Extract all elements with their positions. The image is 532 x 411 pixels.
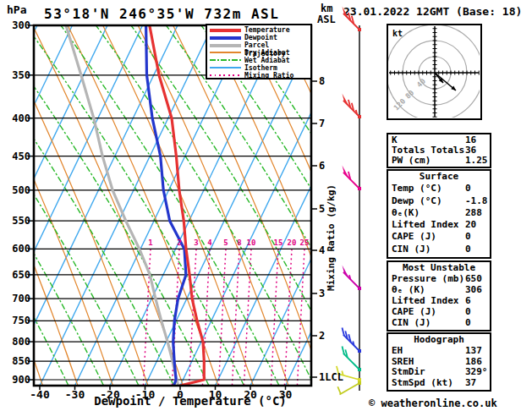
km-tick-label: 4 xyxy=(319,244,325,256)
legend-line-sample xyxy=(210,59,241,61)
panel-row-value: 0 xyxy=(465,317,471,328)
pressure-tick-label: 400 xyxy=(5,112,30,124)
panel-row-value: 288 xyxy=(465,207,482,218)
temp-tick-label: -10 xyxy=(127,388,164,401)
legend-line-sample xyxy=(210,74,241,76)
km-tick-label: 2 xyxy=(319,330,325,342)
barb-staff xyxy=(343,335,359,351)
wind-barb xyxy=(342,93,361,118)
barb-full xyxy=(337,386,341,394)
panel-row-label: θₑ (K) xyxy=(392,284,425,295)
legend: TemperatureDewpointParcel TrajectoryDry … xyxy=(206,24,312,79)
panel-row-value: 0 xyxy=(465,183,471,194)
panel-row-label: StmSpd (kt) xyxy=(392,377,453,388)
barb-staff xyxy=(343,353,359,370)
temp-tick-label: 30 xyxy=(267,388,304,401)
wind-barb xyxy=(342,165,361,190)
barb-station-dot xyxy=(358,287,361,290)
barb-station-dot xyxy=(358,381,361,385)
pressure-tick-label: 450 xyxy=(5,151,30,162)
panel-row-value: 0 xyxy=(465,244,471,255)
km-tick-label: 8 xyxy=(319,75,325,87)
km-tick-label: 5 xyxy=(319,203,325,215)
pressure-tick-label: 850 xyxy=(5,355,30,367)
panel-row-label: SREH xyxy=(392,356,414,367)
wind-barb xyxy=(342,265,361,290)
barb-staff xyxy=(340,383,359,395)
mixing-ratio-value-label: 10 xyxy=(242,238,261,247)
pressure-tick-label: 300 xyxy=(5,19,30,31)
isotherm-line xyxy=(0,25,2,386)
panel-row: PW (cm)1.25 xyxy=(388,155,490,165)
pressure-tick-label: 600 xyxy=(5,243,30,255)
skewt-sounding-app: hPa 53°18'N 246°35'W 732m ASL km ASL 23.… xyxy=(0,0,532,411)
barb-station-dot xyxy=(358,28,361,31)
panel-row: Lifted Index6 xyxy=(388,295,490,306)
pressure-tick-label: 650 xyxy=(5,269,30,281)
panel-row-value: 137 xyxy=(465,345,482,356)
panel-row-label: Lifted Index xyxy=(392,219,458,230)
panel-row-label: CAPE (J) xyxy=(392,231,436,242)
panel-row-label: Temp (°C) xyxy=(392,183,442,194)
panel-row-value: 37 xyxy=(465,377,476,388)
barb-station-dot xyxy=(358,187,361,190)
wet-adiabat-line xyxy=(0,25,209,386)
barb-full xyxy=(342,346,344,354)
barb-full xyxy=(342,327,344,336)
legend-line-sample xyxy=(210,52,241,53)
mixing-ratio-line xyxy=(271,249,278,386)
mixing-ratio-value-label: 1 xyxy=(141,238,160,247)
panel-section-title: Most Unstable xyxy=(388,262,490,273)
legend-item: Mixing Ratio xyxy=(207,72,310,79)
isotherm-line xyxy=(40,25,212,386)
barb-station-dot xyxy=(358,349,361,353)
panel-row: CAPE (J)0 xyxy=(388,231,490,243)
pressure-tick-label: 550 xyxy=(5,215,30,227)
temp-tick-label: -40 xyxy=(21,388,58,401)
panel-row-label: CIN (J) xyxy=(392,244,431,255)
dry-adiabat-line xyxy=(68,25,218,386)
panel-row-label: CIN (J) xyxy=(392,317,431,328)
panel-row: EH137 xyxy=(388,345,490,356)
isotherm-line xyxy=(5,25,178,386)
barb-station-dot xyxy=(358,378,361,381)
legend-line-sample xyxy=(210,36,241,40)
panel-row-label: PW (cm) xyxy=(392,155,431,166)
panel-row: Pressure (mb)650 xyxy=(388,273,490,284)
panel-row-label: Lifted Index xyxy=(392,295,458,306)
panel-section: K16Totals Totals36PW (cm)1.25 xyxy=(387,133,491,168)
panel-row: Totals Totals36 xyxy=(388,145,490,155)
panel-row-label: Pressure (mb) xyxy=(392,273,464,284)
temp-tick-label: 20 xyxy=(232,388,269,401)
temp-tick-label: 0 xyxy=(162,388,199,401)
panel-row: CIN (J)0 xyxy=(388,317,490,328)
panel-row-value: 0 xyxy=(465,231,471,242)
panel-row-label: StmDir xyxy=(392,366,425,377)
wind-barb xyxy=(337,381,361,395)
km-tick-label: 1LCL xyxy=(319,371,343,383)
barb-station-dot xyxy=(358,368,361,371)
panel-row: θₑ (K)306 xyxy=(388,284,490,295)
km-tick-label: 6 xyxy=(319,160,325,172)
panel-row: StmSpd (kt)37 xyxy=(388,377,490,388)
legend-line-sample xyxy=(210,29,241,32)
km-tick-label: 7 xyxy=(319,118,325,129)
pressure-tick-label: 700 xyxy=(5,293,30,304)
panel-row-label: CAPE (J) xyxy=(392,306,436,317)
panel-row: CIN (J)0 xyxy=(388,244,490,255)
pressure-tick-label: 500 xyxy=(5,184,30,196)
temp-tick-label: -20 xyxy=(91,388,129,401)
panel-row-label: Dewp (°C) xyxy=(392,195,442,206)
panel-row: CAPE (J)0 xyxy=(388,306,490,317)
legend-item-label: Mixing Ratio xyxy=(244,71,293,79)
panel-row-label: θₑ(K) xyxy=(392,207,420,218)
panel-row: Dewp (°C)-1.8 xyxy=(388,195,490,207)
temp-tick-label: 10 xyxy=(197,388,234,401)
panel-row-value: 650 xyxy=(465,273,482,284)
mixing-ratio-value-label: 2 xyxy=(170,238,189,247)
panel-row-value: 306 xyxy=(465,284,482,295)
legend-line-sample xyxy=(210,67,241,68)
panel-section: Most UnstablePressure (mb)650θₑ (K)306Li… xyxy=(387,260,491,332)
panel-row-label: EH xyxy=(392,345,403,356)
panel-section: HodographEH137SREH186StmDir329°StmSpd (k… xyxy=(387,332,491,392)
